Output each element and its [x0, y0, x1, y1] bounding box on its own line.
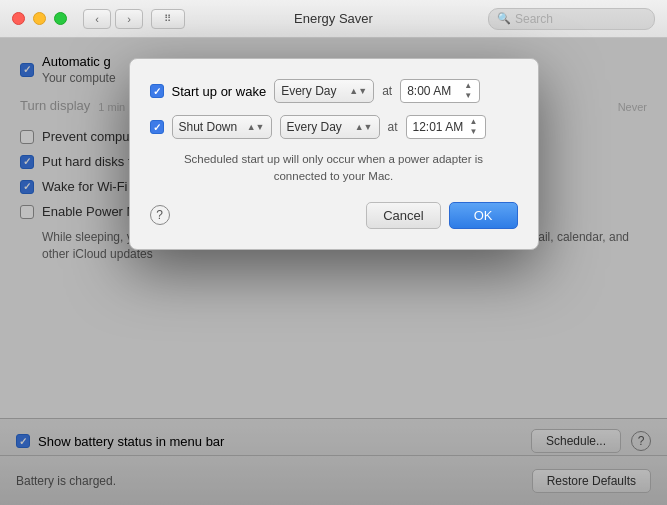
shutdown-checkbox[interactable] [150, 120, 164, 134]
schedule-modal: Start up or wake Every Day ▲▼ at 8:00 AM… [129, 58, 539, 250]
modal-footer: ? Cancel OK [150, 202, 518, 229]
title-bar: ‹ › ⠿ Energy Saver 🔍 Search [0, 0, 667, 38]
close-button[interactable] [12, 12, 25, 25]
action-dropdown-value: Shut Down [179, 120, 243, 134]
shutdown-time-value: 12:01 AM [413, 120, 469, 134]
startup-schedule-value: Every Day [281, 84, 345, 98]
shutdown-at-label: at [388, 120, 398, 134]
shutdown-time-stepper[interactable]: 12:01 AM ▲ ▼ [406, 115, 486, 139]
back-button[interactable]: ‹ [83, 9, 111, 29]
maximize-button[interactable] [54, 12, 67, 25]
shutdown-time-stepper-buttons: ▲ ▼ [469, 117, 479, 137]
action-dropdown[interactable]: Shut Down ▲▼ [172, 115, 272, 139]
shutdown-schedule-dropdown[interactable]: Every Day ▲▼ [280, 115, 380, 139]
startup-schedule-dropdown[interactable]: Every Day ▲▼ [274, 79, 374, 103]
window-title: Energy Saver [294, 11, 373, 26]
shutdown-schedule-arrow-icon: ▲▼ [355, 122, 373, 132]
traffic-lights [12, 12, 67, 25]
startup-checkbox[interactable] [150, 84, 164, 98]
search-box[interactable]: 🔍 Search [488, 8, 655, 30]
search-icon: 🔍 [497, 12, 511, 25]
ok-button[interactable]: OK [449, 202, 518, 229]
search-placeholder: Search [515, 12, 553, 26]
cancel-button[interactable]: Cancel [366, 202, 440, 229]
startup-time-stepper-buttons: ▲ ▼ [463, 81, 473, 101]
modal-row-1: Start up or wake Every Day ▲▼ at 8:00 AM… [150, 79, 518, 103]
forward-button[interactable]: › [115, 9, 143, 29]
shutdown-time-down-button[interactable]: ▼ [469, 127, 479, 137]
startup-time-up-button[interactable]: ▲ [463, 81, 473, 91]
startup-at-label: at [382, 84, 392, 98]
startup-schedule-arrow-icon: ▲▼ [349, 86, 367, 96]
shutdown-time-up-button[interactable]: ▲ [469, 117, 479, 127]
nav-buttons: ‹ › [83, 9, 143, 29]
app-grid-button[interactable]: ⠿ [151, 9, 185, 29]
startup-time-value: 8:00 AM [407, 84, 463, 98]
modal-overlay: Start up or wake Every Day ▲▼ at 8:00 AM… [0, 38, 667, 505]
modal-note: Scheduled start up will only occur when … [150, 151, 518, 186]
modal-help-button[interactable]: ? [150, 205, 170, 225]
startup-time-down-button[interactable]: ▼ [463, 91, 473, 101]
minimize-button[interactable] [33, 12, 46, 25]
startup-label: Start up or wake [172, 84, 267, 99]
action-dropdown-arrow-icon: ▲▼ [247, 122, 265, 132]
modal-row-2: Shut Down ▲▼ Every Day ▲▼ at 12:01 AM ▲ … [150, 115, 518, 139]
shutdown-schedule-value: Every Day [287, 120, 351, 134]
startup-time-stepper[interactable]: 8:00 AM ▲ ▼ [400, 79, 480, 103]
